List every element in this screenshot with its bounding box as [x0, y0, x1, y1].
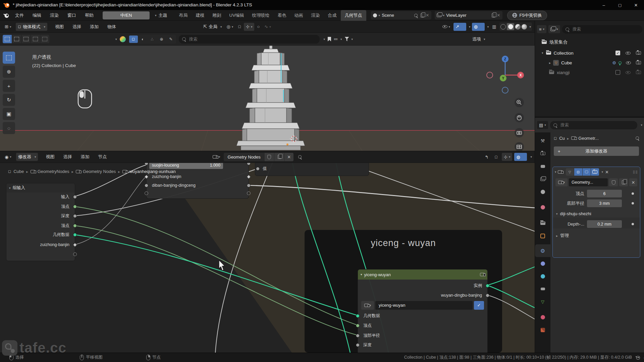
modifier-datablock-name[interactable]: Geometry... — [569, 178, 608, 186]
shading-rendered-icon[interactable] — [522, 24, 527, 29]
pivot-point-selector[interactable]: ◎ — [224, 23, 235, 31]
tab-texture[interactable] — [535, 323, 550, 336]
node-wuyanheqiang-xunhuan[interactable]: suojin-louceng1.000 zuizhong-banjin diba… — [146, 163, 249, 199]
new-viewlayer-icon[interactable] — [492, 13, 495, 17]
search-options-icon[interactable] — [324, 38, 325, 41]
search-input[interactable] — [189, 37, 316, 42]
tab-geometry-nodes[interactable]: 几何节点 — [341, 10, 366, 21]
hierarchy-filter[interactable]: ≔ — [334, 37, 342, 42]
toggle-edit-mode-cage[interactable]: ▽ — [566, 168, 574, 176]
fake-user-shield-icon[interactable] — [609, 178, 618, 186]
unlink-icon[interactable]: ✕ — [629, 178, 637, 186]
material-preview-ball-icon[interactable] — [120, 36, 126, 42]
viewport-menu-add[interactable]: 添加 — [86, 24, 103, 30]
tab-uv-editing[interactable]: UV编辑 — [225, 10, 248, 21]
shading-material-icon[interactable] — [515, 24, 521, 29]
proportional-falloff-selector[interactable]: ∿ — [262, 23, 273, 31]
tab-render[interactable] — [535, 147, 550, 160]
node-tree-name[interactable]: Geometry Nodes — [224, 155, 265, 160]
scene-close-icon[interactable]: ✕ — [426, 13, 429, 18]
node-group-input[interactable]: 组输入 输入 顶点 深度 顶点 几何数据 zuizhong-banjin — [6, 183, 75, 261]
animate-dot[interactable] — [632, 223, 634, 225]
disable-render-icon[interactable] — [636, 61, 641, 64]
extras-dropdown-icon[interactable] — [602, 170, 603, 174]
tool-cursor[interactable]: ⊕ — [3, 66, 15, 78]
expand-icon[interactable] — [542, 51, 543, 55]
drag-handle-icon[interactable]: ⣿⣿ — [633, 170, 638, 174]
tab-texture-paint[interactable]: 纹理喷绘 — [248, 10, 274, 21]
gizmo-toggle[interactable]: ↗ — [453, 23, 466, 31]
animate-dot[interactable] — [632, 202, 634, 204]
node-menu-add[interactable]: 添加 — [76, 154, 94, 160]
outliner-search-field[interactable] — [562, 25, 642, 34]
tab-constraints[interactable] — [535, 283, 550, 295]
pin-icon[interactable] — [414, 13, 418, 17]
group-datablock-name[interactable]: yiceng-wuyan — [375, 301, 473, 310]
lang-toggle-button[interactable]: 中/EN — [103, 11, 150, 19]
node-snap-toggle[interactable]: Ω — [492, 153, 500, 161]
pin-icon[interactable] — [635, 136, 640, 140]
tab-modifiers[interactable] — [535, 244, 550, 257]
tool-annotate[interactable]: ◌ — [3, 122, 15, 134]
outliner-row-xiangji[interactable]: xiangji — [549, 68, 642, 77]
add-modifier-button[interactable]: + 添加修改器 — [554, 146, 639, 156]
node-menu-node[interactable]: 节点 — [94, 154, 111, 160]
outliner-row-scene-collection[interactable]: 场景集合 — [542, 38, 642, 47]
properties-search-input[interactable] — [560, 122, 634, 128]
maximize-button[interactable]: ▢ — [612, 0, 628, 10]
disable-render-icon[interactable] — [636, 51, 641, 55]
snap-options-selector[interactable]: ⊹ — [244, 23, 254, 31]
shading-dropdown-icon[interactable] — [529, 25, 531, 28]
virtual-socket[interactable] — [145, 191, 148, 195]
tab-particles[interactable] — [535, 257, 550, 270]
collection-checkbox[interactable]: ✓ — [615, 51, 620, 55]
snap-toggle[interactable]: Ω — [236, 23, 243, 31]
tab-object[interactable] — [535, 230, 550, 242]
node-value[interactable]: 值 — [255, 163, 369, 176]
close-button[interactable]: ✕ — [628, 0, 644, 10]
modifier-datablock-icon[interactable] — [555, 178, 568, 186]
node-overlays-toggle[interactable]: ◍ — [514, 153, 527, 161]
tab-view-layer[interactable] — [535, 173, 550, 185]
hide-viewport-icon[interactable] — [626, 52, 631, 55]
subpanel-diji-header[interactable]: diji-shuju-shezhi — [553, 208, 640, 218]
tab-modeling[interactable]: 建模 — [192, 10, 209, 21]
filter-collapse-icon[interactable] — [115, 38, 117, 41]
group-datablock-icon[interactable] — [361, 301, 374, 310]
node-editor-canvas[interactable]: yiceng - wuyan 组输入 输入 顶点 深度 顶点 几何数据 zuiz… — [0, 163, 535, 353]
animate-dot[interactable] — [632, 192, 634, 195]
outliner-row-cube[interactable]: ▸ Cube — [549, 58, 642, 67]
node-menu-view[interactable]: 视图 — [41, 154, 59, 160]
toggle-edit-mode[interactable]: ⊡ — [574, 168, 582, 176]
copy-icon[interactable] — [619, 178, 628, 186]
tool-transform[interactable]: ▣ — [3, 108, 15, 120]
radius-field[interactable]: 3 mm — [587, 199, 622, 207]
close-modifier-icon[interactable]: ✕ — [605, 170, 609, 175]
select-mode-intersect-button[interactable] — [40, 35, 49, 43]
value-slider[interactable]: suojin-louceng1.000 — [149, 163, 223, 169]
depth-field[interactable]: 0.2 mm — [587, 220, 622, 228]
tool-rotate[interactable]: ↻ — [3, 94, 15, 106]
viewport-menu-object[interactable]: 物体 — [103, 24, 120, 30]
tool-move[interactable]: + — [3, 80, 15, 92]
vertices-field[interactable]: 6 — [587, 190, 622, 197]
menu-file[interactable]: 文件 — [11, 12, 28, 18]
node-snap-options[interactable]: ⊹ — [502, 153, 512, 161]
select-mode-subtract-button[interactable] — [21, 35, 31, 43]
options-dropdown[interactable]: 选项 — [472, 36, 485, 42]
new-scene-icon[interactable] — [421, 13, 424, 17]
hide-viewport-icon[interactable] — [626, 71, 631, 74]
hide-viewport-icon[interactable] — [626, 61, 631, 64]
properties-options-icon[interactable] — [641, 123, 642, 127]
xray-toggle[interactable]: ▥ — [490, 23, 498, 31]
fake-user-shield-icon[interactable] — [265, 153, 274, 161]
scene-selector[interactable]: Scene ✕ — [371, 11, 431, 19]
viewport-search-field[interactable] — [179, 35, 320, 44]
viewport-menu-view[interactable]: 视图 — [51, 24, 68, 30]
node-group-yiceng-wuyan[interactable]: yiceng-wuyan 实例 wuyan-dingbu-banjing yic… — [358, 269, 488, 353]
toggle-viewport-display[interactable]: 🖵 — [583, 168, 591, 176]
tab-object-data[interactable]: ▽ — [535, 295, 550, 308]
breadcrumb-object[interactable]: Cu — [559, 136, 565, 141]
node-tree-datablock-icon[interactable] — [211, 153, 222, 161]
shading-wireframe-icon[interactable] — [500, 24, 506, 29]
